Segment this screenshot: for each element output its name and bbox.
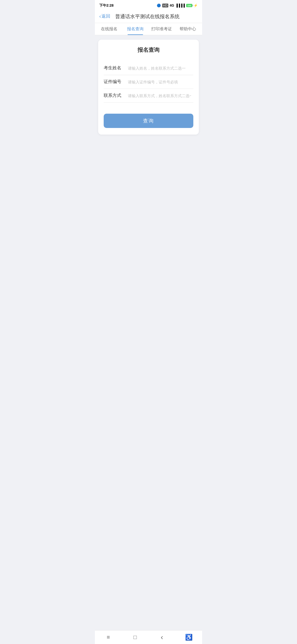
contact-input[interactable] (126, 94, 193, 98)
id-number-input[interactable] (126, 80, 193, 84)
navigation-bar: ‹ 返回 普通话水平测试在线报名系统 (95, 10, 202, 23)
charging-icon: ⚡ (194, 4, 198, 7)
signal-icon: 4G (170, 4, 174, 7)
tab-bar: 在线报名报名查询打印准考证帮助中心 (95, 23, 202, 35)
tab-print-admit[interactable]: 打印准考证 (148, 23, 175, 35)
name-label: 考生姓名 (104, 65, 126, 71)
contact-field-row: 联系方式 (104, 89, 193, 103)
contact-label: 联系方式 (104, 93, 126, 99)
back-label: 返回 (101, 13, 110, 19)
tab-register-query[interactable]: 报名查询 (122, 23, 149, 35)
back-arrow-icon: ‹ (99, 13, 101, 19)
battery-icon: 100 (186, 4, 192, 7)
query-button[interactable]: 查询 (104, 114, 193, 128)
id-number-label: 证件编号 (104, 79, 126, 85)
signal-bars-icon: ▐▐▐▐ (175, 4, 185, 7)
form-title: 报名查询 (104, 46, 193, 54)
tab-online-register[interactable]: 在线报名 (96, 23, 122, 35)
page-title: 普通话水平测试在线报名系统 (114, 13, 181, 20)
tab-help-center[interactable]: 帮助中心 (175, 23, 201, 35)
name-field-row: 考生姓名 (104, 61, 193, 75)
form-spacer (104, 103, 193, 114)
id-number-field-row: 证件编号 (104, 75, 193, 89)
back-button[interactable]: ‹ 返回 (99, 13, 110, 19)
main-content: 报名查询 考生姓名 证件编号 联系方式 查询 (95, 35, 202, 217)
form-card: 报名查询 考生姓名 证件编号 联系方式 查询 (98, 40, 199, 135)
status-icons: 🔵 HD 4G ▐▐▐▐ 100 ⚡ (157, 4, 198, 7)
status-bar: 下午2:28 🔵 HD 4G ▐▐▐▐ 100 ⚡ (95, 0, 202, 10)
status-time: 下午2:28 (99, 3, 114, 8)
bluetooth-icon: 🔵 (157, 4, 161, 7)
name-input[interactable] (126, 66, 193, 70)
hd-icon: HD (162, 4, 168, 7)
